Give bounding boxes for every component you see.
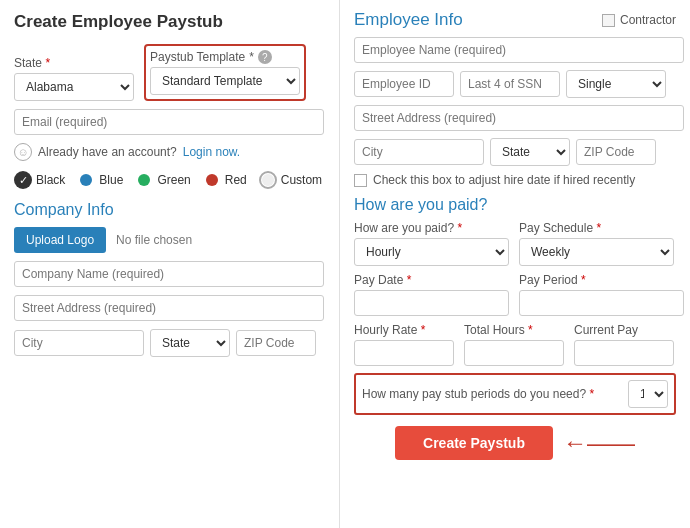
email-input[interactable] (14, 109, 324, 135)
pay-period-input[interactable]: 05/13/2021 - 05/19/2021 (519, 290, 684, 316)
company-city-input[interactable] (14, 330, 144, 356)
green-circle (135, 171, 153, 189)
pay-period-field: Pay Period * 05/13/2021 - 05/19/2021 (519, 273, 684, 316)
company-state-select[interactable]: State (150, 329, 230, 357)
employee-info-title: Employee Info (354, 10, 463, 30)
pay-period-label: Pay Period * (519, 273, 684, 287)
create-paystub-button[interactable]: Create Paystub (395, 426, 553, 460)
hourly-rate-input[interactable]: 20 (354, 340, 454, 366)
company-logo-row: Upload Logo No file chosen (14, 227, 325, 253)
pay-schedule-label: Pay Schedule * (519, 221, 674, 235)
employee-state-select[interactable]: State (490, 138, 570, 166)
page-title: Create Employee Paystub (14, 12, 325, 32)
company-zip-input[interactable] (236, 330, 316, 356)
color-green[interactable]: Green (135, 171, 190, 189)
employee-name-input[interactable] (354, 37, 684, 63)
pay-section-title: How are you paid? (354, 196, 676, 214)
pay-type-schedule-row: How are you paid? * Hourly Salary Pay Sc… (354, 221, 676, 266)
color-red[interactable]: Red (203, 171, 247, 189)
rate-hours-pay-row: Hourly Rate * 20 Total Hours * 40 Curren… (354, 323, 676, 366)
company-name-input[interactable] (14, 261, 324, 287)
pay-stub-label: How many pay stub periods do you need? * (362, 387, 620, 401)
black-checkmark: ✓ (14, 171, 32, 189)
hire-date-label: Check this box to adjust hire date if hi… (373, 173, 635, 187)
state-select[interactable]: Alabama (14, 73, 134, 101)
color-custom[interactable]: Custom (259, 171, 322, 189)
pay-date-period-row: Pay Date * 05/19/2021 Pay Period * 05/13… (354, 273, 676, 316)
employee-zip-input[interactable] (576, 139, 656, 165)
pay-schedule-select[interactable]: Weekly Bi-Weekly Semi-Monthly Monthly (519, 238, 674, 266)
login-text: Already have an account? (38, 145, 177, 159)
total-hours-field: Total Hours * 40 (464, 323, 564, 366)
emp-id-ssn-marital-row: Single Married Head of Household (354, 70, 676, 98)
employee-id-input[interactable] (354, 71, 454, 97)
pay-date-input[interactable]: 05/19/2021 (354, 290, 509, 316)
state-template-row: State * Alabama Paystub Template * ? Sta… (14, 44, 325, 101)
ssn-input[interactable] (460, 71, 560, 97)
hourly-rate-field: Hourly Rate * 20 (354, 323, 454, 366)
blue-circle (77, 171, 95, 189)
template-select[interactable]: Standard Template (150, 67, 300, 95)
color-row: ✓ Black Blue Green Red (14, 171, 325, 189)
current-pay-field: Current Pay (574, 323, 674, 366)
employee-city-input[interactable] (354, 139, 484, 165)
company-street-input[interactable] (14, 295, 324, 321)
hourly-rate-label: Hourly Rate * (354, 323, 454, 337)
hire-date-checkbox[interactable] (354, 174, 367, 187)
pay-date-field: Pay Date * 05/19/2021 (354, 273, 509, 316)
pay-date-label: Pay Date * (354, 273, 509, 287)
pay-stub-periods-row: How many pay stub periods do you need? *… (354, 373, 676, 415)
pay-schedule-field: Pay Schedule * Weekly Bi-Weekly Semi-Mon… (519, 221, 674, 266)
custom-circle (259, 171, 277, 189)
template-info-icon[interactable]: ? (258, 50, 272, 64)
company-section-title: Company Info (14, 201, 325, 219)
total-hours-label: Total Hours * (464, 323, 564, 337)
current-pay-input[interactable] (574, 340, 674, 366)
company-city-state-zip: State (14, 329, 325, 357)
employee-street-input[interactable] (354, 105, 684, 131)
login-row: ☺ Already have an account? Login now. (14, 143, 325, 161)
red-circle (203, 171, 221, 189)
marital-status-select[interactable]: Single Married Head of Household (566, 70, 666, 98)
right-header: Employee Info Contractor (354, 10, 676, 30)
state-label: State * (14, 56, 134, 70)
user-icon: ☺ (14, 143, 32, 161)
template-label-row: Paystub Template * ? (150, 50, 300, 64)
how-paid-label: How are you paid? * (354, 221, 509, 235)
total-hours-input[interactable]: 40 (464, 340, 564, 366)
color-black[interactable]: ✓ Black (14, 171, 65, 189)
arrow-indicator: ←—— (563, 429, 635, 457)
employee-city-state-zip: State (354, 138, 676, 166)
state-field-group: State * Alabama (14, 56, 134, 101)
current-pay-label: Current Pay (574, 323, 674, 337)
contractor-row: Contractor (602, 13, 676, 27)
login-link[interactable]: Login now. (183, 145, 240, 159)
template-box: Paystub Template * ? Standard Template (144, 44, 306, 101)
how-paid-field: How are you paid? * Hourly Salary (354, 221, 509, 266)
stub-periods-select[interactable]: 1 2 3 4 5 (628, 380, 668, 408)
right-panel: Employee Info Contractor Single Married … (340, 0, 690, 528)
color-blue[interactable]: Blue (77, 171, 123, 189)
hire-date-row: Check this box to adjust hire date if hi… (354, 173, 676, 187)
upload-logo-button[interactable]: Upload Logo (14, 227, 106, 253)
no-file-label: No file chosen (116, 233, 192, 247)
create-button-row: Create Paystub ←—— (354, 426, 676, 460)
contractor-checkbox[interactable] (602, 14, 615, 27)
left-panel: Create Employee Paystub State * Alabama … (0, 0, 340, 528)
contractor-label: Contractor (620, 13, 676, 27)
how-paid-select[interactable]: Hourly Salary (354, 238, 509, 266)
